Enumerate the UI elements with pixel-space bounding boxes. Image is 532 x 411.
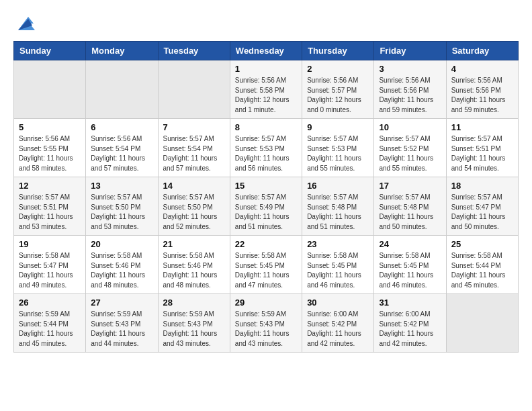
- day-number: 7: [163, 122, 225, 132]
- calendar-cell: 13Sunrise: 5:57 AM Sunset: 5:50 PM Dayli…: [86, 177, 158, 236]
- calendar-cell: 16Sunrise: 5:57 AM Sunset: 5:48 PM Dayli…: [302, 177, 374, 236]
- day-header-sunday: Sunday: [14, 42, 86, 60]
- day-number: 11: [451, 122, 513, 132]
- calendar-cell: 1Sunrise: 5:56 AM Sunset: 5:58 PM Daylig…: [230, 60, 302, 119]
- page-header: [13, 13, 519, 34]
- day-number: 17: [379, 181, 441, 191]
- day-number: 21: [163, 239, 225, 249]
- cell-data: Sunrise: 5:58 AM Sunset: 5:44 PM Dayligh…: [451, 251, 513, 290]
- day-number: 15: [235, 181, 297, 191]
- calendar-cell: 28Sunrise: 5:59 AM Sunset: 5:43 PM Dayli…: [158, 294, 230, 353]
- calendar-cell: [86, 60, 158, 119]
- cell-data: Sunrise: 5:56 AM Sunset: 5:54 PM Dayligh…: [91, 134, 152, 173]
- cell-data: Sunrise: 5:58 AM Sunset: 5:45 PM Dayligh…: [307, 251, 369, 290]
- calendar-header-row: SundayMondayTuesdayWednesdayThursdayFrid…: [14, 42, 519, 60]
- cell-data: Sunrise: 5:58 AM Sunset: 5:46 PM Dayligh…: [91, 251, 152, 290]
- calendar-table: SundayMondayTuesdayWednesdayThursdayFrid…: [13, 41, 519, 353]
- calendar-cell: 8Sunrise: 5:57 AM Sunset: 5:53 PM Daylig…: [230, 119, 302, 177]
- cell-data: Sunrise: 5:57 AM Sunset: 5:47 PM Dayligh…: [451, 193, 513, 232]
- calendar-cell: 31Sunrise: 6:00 AM Sunset: 5:42 PM Dayli…: [374, 294, 446, 353]
- cell-data: Sunrise: 6:00 AM Sunset: 5:42 PM Dayligh…: [307, 310, 369, 349]
- day-header-tuesday: Tuesday: [158, 42, 230, 60]
- calendar-cell: 18Sunrise: 5:57 AM Sunset: 5:47 PM Dayli…: [446, 177, 518, 236]
- cell-data: Sunrise: 5:57 AM Sunset: 5:51 PM Dayligh…: [19, 193, 81, 232]
- day-number: 29: [235, 298, 297, 308]
- cell-data: Sunrise: 5:56 AM Sunset: 5:56 PM Dayligh…: [451, 76, 513, 115]
- day-number: 14: [163, 181, 225, 191]
- cell-data: Sunrise: 5:58 AM Sunset: 5:46 PM Dayligh…: [163, 251, 225, 290]
- cell-data: Sunrise: 5:59 AM Sunset: 5:43 PM Dayligh…: [235, 310, 297, 349]
- day-number: 13: [91, 181, 152, 191]
- day-number: 16: [307, 181, 369, 191]
- day-number: 4: [451, 64, 513, 74]
- cell-data: Sunrise: 5:58 AM Sunset: 5:45 PM Dayligh…: [235, 251, 297, 290]
- calendar-cell: 25Sunrise: 5:58 AM Sunset: 5:44 PM Dayli…: [446, 236, 518, 294]
- day-number: 6: [91, 122, 152, 132]
- cell-data: Sunrise: 5:57 AM Sunset: 5:52 PM Dayligh…: [379, 134, 441, 173]
- calendar-cell: [158, 60, 230, 119]
- day-header-thursday: Thursday: [302, 42, 374, 60]
- day-number: 10: [379, 122, 441, 132]
- day-number: 9: [307, 122, 369, 132]
- logo: [13, 13, 35, 34]
- calendar-cell: 10Sunrise: 5:57 AM Sunset: 5:52 PM Dayli…: [374, 119, 446, 177]
- logo-icon: [15, 13, 35, 34]
- calendar-cell: 17Sunrise: 5:57 AM Sunset: 5:48 PM Dayli…: [374, 177, 446, 236]
- day-number: 24: [379, 239, 441, 249]
- calendar-cell: 12Sunrise: 5:57 AM Sunset: 5:51 PM Dayli…: [14, 177, 86, 236]
- cell-data: Sunrise: 5:57 AM Sunset: 5:53 PM Dayligh…: [307, 134, 369, 173]
- calendar-week-3: 12Sunrise: 5:57 AM Sunset: 5:51 PM Dayli…: [14, 177, 519, 236]
- day-number: 23: [307, 239, 369, 249]
- day-number: 22: [235, 239, 297, 249]
- day-number: 18: [451, 181, 513, 191]
- cell-data: Sunrise: 5:59 AM Sunset: 5:43 PM Dayligh…: [163, 310, 225, 349]
- day-number: 5: [19, 122, 81, 132]
- calendar-cell: 14Sunrise: 5:57 AM Sunset: 5:50 PM Dayli…: [158, 177, 230, 236]
- cell-data: Sunrise: 5:57 AM Sunset: 5:53 PM Dayligh…: [235, 134, 297, 173]
- day-number: 28: [163, 298, 225, 308]
- cell-data: Sunrise: 5:57 AM Sunset: 5:48 PM Dayligh…: [379, 193, 441, 232]
- calendar-cell: 2Sunrise: 5:56 AM Sunset: 5:57 PM Daylig…: [302, 60, 374, 119]
- cell-data: Sunrise: 5:58 AM Sunset: 5:47 PM Dayligh…: [19, 251, 81, 290]
- cell-data: Sunrise: 5:57 AM Sunset: 5:50 PM Dayligh…: [91, 193, 152, 232]
- cell-data: Sunrise: 5:57 AM Sunset: 5:50 PM Dayligh…: [163, 193, 225, 232]
- calendar-week-4: 19Sunrise: 5:58 AM Sunset: 5:47 PM Dayli…: [14, 236, 519, 294]
- day-number: 1: [235, 64, 297, 74]
- day-number: 12: [19, 181, 81, 191]
- day-header-saturday: Saturday: [446, 42, 518, 60]
- calendar-cell: 23Sunrise: 5:58 AM Sunset: 5:45 PM Dayli…: [302, 236, 374, 294]
- calendar-cell: 24Sunrise: 5:58 AM Sunset: 5:45 PM Dayli…: [374, 236, 446, 294]
- calendar-cell: 29Sunrise: 5:59 AM Sunset: 5:43 PM Dayli…: [230, 294, 302, 353]
- calendar-cell: 15Sunrise: 5:57 AM Sunset: 5:49 PM Dayli…: [230, 177, 302, 236]
- calendar-cell: 20Sunrise: 5:58 AM Sunset: 5:46 PM Dayli…: [86, 236, 158, 294]
- cell-data: Sunrise: 5:56 AM Sunset: 5:56 PM Dayligh…: [379, 76, 441, 115]
- calendar-cell: 19Sunrise: 5:58 AM Sunset: 5:47 PM Dayli…: [14, 236, 86, 294]
- logo-text: [13, 13, 35, 37]
- calendar-cell: 26Sunrise: 5:59 AM Sunset: 5:44 PM Dayli…: [14, 294, 86, 353]
- day-number: 3: [379, 64, 441, 74]
- day-header-monday: Monday: [86, 42, 158, 60]
- cell-data: Sunrise: 6:00 AM Sunset: 5:42 PM Dayligh…: [379, 310, 441, 349]
- calendar-cell: 22Sunrise: 5:58 AM Sunset: 5:45 PM Dayli…: [230, 236, 302, 294]
- day-number: 26: [19, 298, 81, 308]
- day-number: 2: [307, 64, 369, 74]
- cell-data: Sunrise: 5:56 AM Sunset: 5:55 PM Dayligh…: [19, 134, 81, 173]
- cell-data: Sunrise: 5:57 AM Sunset: 5:54 PM Dayligh…: [163, 134, 225, 173]
- day-number: 8: [235, 122, 297, 132]
- day-number: 20: [91, 239, 152, 249]
- calendar-week-1: 1Sunrise: 5:56 AM Sunset: 5:58 PM Daylig…: [14, 60, 519, 119]
- calendar-cell: 21Sunrise: 5:58 AM Sunset: 5:46 PM Dayli…: [158, 236, 230, 294]
- cell-data: Sunrise: 5:59 AM Sunset: 5:44 PM Dayligh…: [19, 310, 81, 349]
- cell-data: Sunrise: 5:56 AM Sunset: 5:57 PM Dayligh…: [307, 76, 369, 115]
- cell-data: Sunrise: 5:57 AM Sunset: 5:51 PM Dayligh…: [451, 134, 513, 173]
- calendar-cell: 3Sunrise: 5:56 AM Sunset: 5:56 PM Daylig…: [374, 60, 446, 119]
- calendar-week-5: 26Sunrise: 5:59 AM Sunset: 5:44 PM Dayli…: [14, 294, 519, 353]
- calendar-cell: 6Sunrise: 5:56 AM Sunset: 5:54 PM Daylig…: [86, 119, 158, 177]
- cell-data: Sunrise: 5:59 AM Sunset: 5:43 PM Dayligh…: [91, 310, 152, 349]
- calendar-cell: 27Sunrise: 5:59 AM Sunset: 5:43 PM Dayli…: [86, 294, 158, 353]
- calendar-cell: 5Sunrise: 5:56 AM Sunset: 5:55 PM Daylig…: [14, 119, 86, 177]
- calendar-body: 1Sunrise: 5:56 AM Sunset: 5:58 PM Daylig…: [14, 60, 519, 353]
- day-number: 19: [19, 239, 81, 249]
- calendar-cell: 30Sunrise: 6:00 AM Sunset: 5:42 PM Dayli…: [302, 294, 374, 353]
- calendar-cell: 11Sunrise: 5:57 AM Sunset: 5:51 PM Dayli…: [446, 119, 518, 177]
